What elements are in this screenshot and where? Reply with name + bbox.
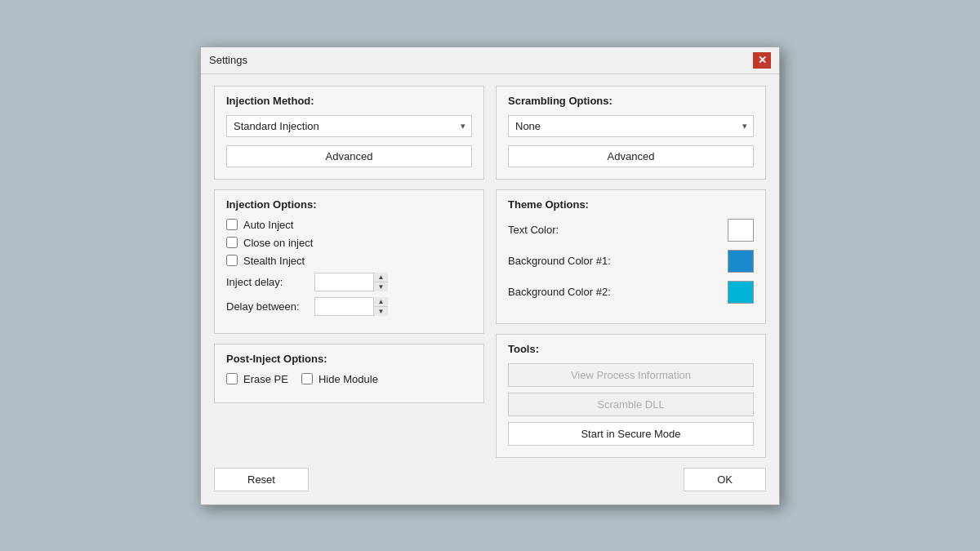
hide-module-label: Hide Module <box>318 373 378 385</box>
bg-color2-swatch[interactable] <box>728 281 754 304</box>
erase-pe-checkbox[interactable] <box>226 373 238 384</box>
stealth-inject-row: Stealth Inject <box>226 255 472 267</box>
bottom-row: Injection Options: Auto Inject Close on … <box>214 189 766 458</box>
inject-delay-down-button[interactable]: ▼ <box>374 282 388 291</box>
tools-title: Tools: <box>508 343 754 355</box>
secure-mode-button[interactable]: Start in Secure Mode <box>508 422 754 446</box>
left-panels: Injection Options: Auto Inject Close on … <box>214 189 484 458</box>
injection-method-select-wrapper: Standard Injection Manual Map Thread Hij… <box>226 115 472 137</box>
delay-between-up-button[interactable]: ▲ <box>374 297 388 307</box>
inject-delay-row: Inject delay: 0 ▲ ▼ <box>226 273 472 291</box>
post-inject-panel: Post-Inject Options: Erase PE Hide Modul… <box>214 344 484 403</box>
text-color-row: Text Color: <box>508 219 754 242</box>
ok-button[interactable]: OK <box>684 468 766 491</box>
settings-dialog: Settings ✕ Injection Method: Standard In… <box>200 47 780 505</box>
injection-options-title: Injection Options: <box>226 198 472 211</box>
text-color-label: Text Color: <box>508 224 559 236</box>
close-button[interactable]: ✕ <box>753 52 771 69</box>
scramble-dll-button[interactable]: Scramble DLL <box>508 393 754 416</box>
right-panels: Theme Options: Text Color: Background Co… <box>496 189 766 458</box>
delay-between-down-button[interactable]: ▼ <box>374 307 388 316</box>
scrambling-options-panel: Scrambling Options: None Shuffle Section… <box>496 86 766 180</box>
post-inject-checkboxes: Erase PE Hide Module <box>226 373 472 391</box>
tools-panel: Tools: View Process Information Scramble… <box>496 334 766 458</box>
delay-between-spinner: 0 ▲ ▼ <box>314 297 388 316</box>
delay-between-row: Delay between: 0 ▲ ▼ <box>226 297 472 316</box>
erase-pe-label: Erase PE <box>243 373 288 385</box>
view-process-button[interactable]: View Process Information <box>508 363 754 387</box>
bg-color1-swatch[interactable] <box>728 250 754 273</box>
close-on-inject-label: Close on inject <box>243 237 313 249</box>
delay-between-label: Delay between: <box>226 300 308 313</box>
scrambling-options-title: Scrambling Options: <box>508 95 754 107</box>
hide-module-checkbox[interactable] <box>301 373 313 384</box>
hide-module-row: Hide Module <box>301 373 378 385</box>
stealth-inject-label: Stealth Inject <box>243 255 305 267</box>
footer-row: Reset OK <box>214 468 766 491</box>
bg-color1-row: Background Color #1: <box>508 250 754 273</box>
inject-delay-up-button[interactable]: ▲ <box>374 273 388 282</box>
scrambling-advanced-button[interactable]: Advanced <box>508 145 754 167</box>
close-on-inject-row: Close on inject <box>226 237 472 249</box>
erase-pe-row: Erase PE <box>226 373 288 385</box>
injection-advanced-button[interactable]: Advanced <box>226 145 472 167</box>
bg-color2-row: Background Color #2: <box>508 281 754 304</box>
text-color-swatch[interactable] <box>728 219 754 242</box>
reset-button[interactable]: Reset <box>214 468 309 491</box>
stealth-inject-checkbox[interactable] <box>226 255 238 266</box>
inject-delay-spinner: 0 ▲ ▼ <box>314 273 388 291</box>
injection-method-select[interactable]: Standard Injection Manual Map Thread Hij… <box>226 115 472 137</box>
scrambling-select[interactable]: None Shuffle Sections Shuffle Headers <box>508 115 754 137</box>
injection-options-panel: Injection Options: Auto Inject Close on … <box>214 189 484 334</box>
bg-color2-label: Background Color #2: <box>508 286 611 298</box>
auto-inject-checkbox[interactable] <box>226 219 238 230</box>
close-on-inject-checkbox[interactable] <box>226 237 238 248</box>
auto-inject-label: Auto Inject <box>243 219 293 231</box>
top-row: Injection Method: Standard Injection Man… <box>214 86 766 180</box>
inject-delay-spinner-buttons: ▲ ▼ <box>373 273 388 291</box>
title-bar: Settings ✕ <box>201 47 779 74</box>
theme-options-title: Theme Options: <box>508 198 754 211</box>
bg-color1-label: Background Color #1: <box>508 255 611 267</box>
auto-inject-row: Auto Inject <box>226 219 472 231</box>
injection-method-panel: Injection Method: Standard Injection Man… <box>214 86 484 180</box>
dialog-title: Settings <box>209 54 247 66</box>
injection-method-title: Injection Method: <box>226 95 472 107</box>
delay-between-spinner-buttons: ▲ ▼ <box>373 297 388 316</box>
post-inject-title: Post-Inject Options: <box>226 353 472 365</box>
theme-options-panel: Theme Options: Text Color: Background Co… <box>496 189 766 324</box>
scrambling-select-wrapper: None Shuffle Sections Shuffle Headers ▾ <box>508 115 754 137</box>
dialog-body: Injection Method: Standard Injection Man… <box>201 74 779 504</box>
inject-delay-label: Inject delay: <box>226 276 308 288</box>
